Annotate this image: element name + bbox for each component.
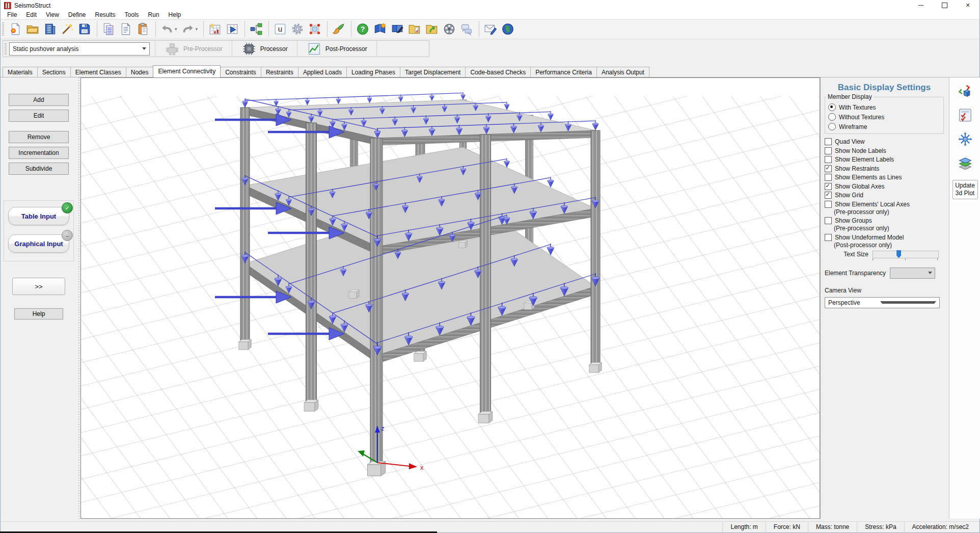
export-document-icon[interactable]: ▾ bbox=[118, 21, 134, 37]
sidebar-action-button[interactable]: Remove bbox=[9, 131, 69, 143]
user-manual-icon[interactable]: ▾ bbox=[389, 21, 405, 37]
slider-thumb[interactable] bbox=[896, 250, 901, 258]
checkbox-row[interactable]: Show Elements' Local Axes (Pre-processor… bbox=[825, 201, 944, 216]
sidebar-action-button[interactable]: Add bbox=[9, 94, 69, 106]
sidebar-action-button[interactable]: Edit bbox=[9, 110, 69, 122]
tab[interactable]: Applied Loads bbox=[298, 67, 347, 77]
3d-viewport-canvas[interactable]: z x bbox=[81, 78, 820, 518]
radio-option[interactable]: Wireframe bbox=[828, 122, 940, 131]
redo-icon[interactable]: ▾ bbox=[180, 21, 200, 37]
website-globe-icon[interactable]: ▾ bbox=[500, 21, 516, 37]
checkbox-icon[interactable] bbox=[825, 138, 832, 145]
radio-icon[interactable] bbox=[828, 113, 836, 121]
tab[interactable]: Element Classes bbox=[70, 67, 126, 77]
help-icon[interactable]: ▾ bbox=[351, 21, 371, 37]
checkbox-row[interactable]: Show Global Axes bbox=[825, 183, 944, 190]
processor-button[interactable]: Pre-Processor bbox=[155, 41, 232, 57]
3d-viewport[interactable]: z x bbox=[80, 77, 820, 519]
dropdown-caret-icon[interactable]: ▾ bbox=[196, 26, 198, 32]
checkbox-row[interactable]: Show Node Labels bbox=[825, 147, 944, 154]
import-folder-icon[interactable]: ▾ bbox=[424, 21, 440, 37]
checkbox-row[interactable]: Quad View bbox=[825, 138, 944, 145]
checkbox-row[interactable]: Show Element Labels bbox=[825, 156, 944, 163]
checkbox-row[interactable]: Show Grid bbox=[825, 192, 944, 199]
checkbox-icon[interactable] bbox=[825, 192, 832, 199]
settings-gear-icon[interactable]: ▾ bbox=[289, 21, 306, 37]
tab[interactable]: Loading Phases bbox=[346, 67, 400, 77]
tab[interactable]: Nodes bbox=[126, 67, 154, 77]
radio-icon[interactable] bbox=[828, 123, 836, 130]
maximize-button[interactable] bbox=[933, 0, 956, 11]
tab[interactable]: Element Connectivity bbox=[153, 65, 221, 77]
element-connectivity-icon[interactable]: ▾ bbox=[244, 21, 264, 37]
help-button[interactable]: Help bbox=[14, 308, 63, 319]
new-project-icon[interactable]: ▾ bbox=[7, 21, 23, 37]
email-support-icon[interactable]: ▾ bbox=[479, 21, 499, 37]
sidebar-action-button[interactable]: Subdivide bbox=[9, 163, 69, 175]
minimize-button[interactable] bbox=[909, 0, 933, 11]
close-button[interactable]: ✕ bbox=[956, 0, 979, 11]
menu-item[interactable]: Edit bbox=[21, 11, 41, 19]
checkbox-row[interactable]: Show Undeformed Model (Post-processor on… bbox=[825, 234, 944, 249]
dropdown-caret-icon[interactable]: ▾ bbox=[175, 26, 177, 32]
node-axes-icon[interactable] bbox=[957, 130, 974, 148]
menu-item[interactable]: View bbox=[41, 11, 64, 19]
refresh-3d-view-icon[interactable] bbox=[957, 83, 974, 100]
tab[interactable]: Constraints bbox=[220, 67, 261, 77]
input-mode-button[interactable]: Graphical Input bbox=[8, 234, 69, 253]
menu-item[interactable]: Run bbox=[144, 11, 164, 19]
radio-option[interactable]: With Textures bbox=[828, 102, 940, 112]
checkbox-icon[interactable] bbox=[825, 183, 832, 190]
text-size-slider[interactable] bbox=[873, 251, 939, 258]
checkbox-icon[interactable] bbox=[825, 234, 832, 241]
tab[interactable]: Target Displacement bbox=[400, 67, 466, 77]
element-transparency-select[interactable] bbox=[890, 268, 935, 279]
checkbox-row[interactable]: Show Restraints bbox=[825, 165, 944, 172]
layers-icon[interactable] bbox=[957, 154, 974, 172]
paste-icon[interactable]: ▾ bbox=[135, 21, 151, 37]
tab[interactable]: Performance Criteria bbox=[530, 67, 597, 77]
checkbox-icon[interactable] bbox=[825, 156, 832, 163]
processor-button[interactable]: Post-Processor bbox=[297, 41, 377, 57]
checkbox-icon[interactable] bbox=[825, 201, 832, 208]
menu-item[interactable]: Help bbox=[164, 11, 186, 19]
menu-item[interactable]: Results bbox=[91, 11, 120, 19]
wizard-icon[interactable]: ▾ bbox=[59, 21, 75, 37]
menu-item[interactable]: File bbox=[3, 11, 21, 19]
examples-folder-icon[interactable]: ▾ bbox=[406, 21, 423, 37]
open-project-icon[interactable]: ▾ bbox=[24, 21, 41, 37]
tab[interactable]: Restraints bbox=[261, 67, 298, 77]
analysis-bar-grip[interactable] bbox=[5, 43, 7, 55]
undo-icon[interactable]: ▾ bbox=[155, 21, 179, 37]
checkbox-icon[interactable] bbox=[825, 165, 832, 172]
input-mode-button[interactable]: Table Input bbox=[8, 207, 69, 225]
radio-option[interactable]: Without Textures bbox=[828, 112, 940, 122]
checkbox-row[interactable]: Show Groups (Pre-processor only) bbox=[825, 217, 944, 232]
display-checklist-icon[interactable] bbox=[957, 106, 974, 124]
tab[interactable]: Materials bbox=[3, 67, 38, 77]
toolbar-grip[interactable] bbox=[2, 22, 4, 36]
forum-bubbles-icon[interactable]: ▾ bbox=[458, 21, 475, 37]
format-brush-icon[interactable]: ▾ bbox=[327, 21, 347, 37]
menu-item[interactable]: Tools bbox=[120, 11, 144, 19]
analysis-type-select[interactable]: Static pushover analysis bbox=[9, 42, 150, 56]
table-wizard-icon[interactable]: ▾ bbox=[203, 21, 223, 37]
checkbox-icon[interactable] bbox=[825, 147, 832, 154]
tab[interactable]: Sections bbox=[37, 67, 71, 77]
menu-item[interactable]: Define bbox=[64, 11, 91, 19]
model-nodes-icon[interactable]: ▾ bbox=[307, 21, 323, 37]
expand-panel-button[interactable]: >> bbox=[12, 278, 65, 295]
run-analysis-icon[interactable]: ▾ bbox=[224, 21, 240, 37]
tutorial-book-icon[interactable]: ▾ bbox=[372, 21, 388, 37]
checkbox-icon[interactable] bbox=[825, 217, 832, 224]
sidebar-splitter[interactable] bbox=[77, 77, 80, 519]
update-3d-plot-button[interactable]: Update 3d Plot bbox=[952, 180, 978, 199]
radio-icon[interactable] bbox=[828, 103, 836, 111]
video-tutorials-icon[interactable]: ▾ bbox=[441, 21, 457, 37]
copy-report-icon[interactable]: ▾ bbox=[97, 21, 117, 37]
tab[interactable]: Analysis Output bbox=[596, 67, 649, 77]
save-icon[interactable]: ▾ bbox=[76, 21, 93, 37]
camera-view-select[interactable]: Perspective bbox=[825, 297, 940, 308]
processor-button[interactable]: Processor bbox=[232, 41, 297, 57]
checkbox-row[interactable]: Show Elements as Lines bbox=[825, 174, 944, 181]
